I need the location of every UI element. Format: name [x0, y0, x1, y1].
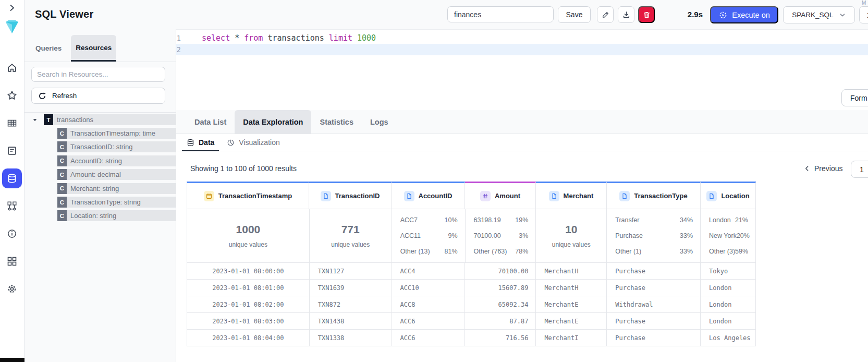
- column-badge: C: [57, 210, 67, 221]
- table-cell: 2023-01-01 08:04:00: [187, 330, 310, 346]
- search-input[interactable]: [31, 67, 165, 82]
- result-tab-data-list[interactable]: Data List: [186, 110, 235, 134]
- rail-item-notes[interactable]: [2, 141, 22, 161]
- tree-node-column[interactable]: CTransactionTimestamp: time: [57, 128, 176, 139]
- delete-button[interactable]: [638, 6, 655, 23]
- page-number-input[interactable]: 1: [851, 161, 868, 178]
- rail-item-table[interactable]: [2, 113, 22, 133]
- unique-label: unique values: [187, 241, 309, 248]
- tree-node-label: TransactionTimestamp: time: [67, 128, 155, 139]
- tree-node-column[interactable]: CTransactionType: string: [57, 197, 176, 208]
- tree-node-column[interactable]: CLocation: string: [57, 210, 176, 221]
- column-header-label: TransactionType: [634, 192, 687, 200]
- column-header-label: Location: [721, 192, 749, 200]
- query-name-input[interactable]: [447, 6, 554, 22]
- top-value: New York20%: [701, 228, 755, 244]
- format-button[interactable]: Form: [841, 89, 868, 106]
- rail-item-flow[interactable]: [2, 196, 22, 216]
- column-stat: London21%New York20%Other (3)59%: [701, 209, 756, 262]
- tree-node-column[interactable]: CTransactionID: string: [57, 141, 176, 152]
- table-cell: ACC10: [392, 280, 466, 296]
- code-line[interactable]: 2: [176, 44, 868, 55]
- column-header-label: TransactionID: [335, 192, 380, 200]
- table-cell: London: [701, 296, 756, 312]
- table-cell: 2023-01-01 08:02:00: [187, 296, 310, 312]
- table-cell: Withdrawal: [607, 296, 701, 312]
- results-content: Showing 1 to 100 of 1000 results Previou…: [176, 151, 868, 362]
- table-row: 2023-01-01 08:03:00TXN1438ACC687.87Merch…: [187, 313, 756, 330]
- subtab-data[interactable]: Data: [180, 134, 221, 151]
- rail-item-settings[interactable]: [2, 279, 22, 299]
- column-badge: C: [57, 169, 67, 180]
- tree-node-table[interactable]: Ttransactions: [44, 114, 176, 125]
- panel-tab-resources[interactable]: Resources: [71, 35, 116, 62]
- column-header-merchant[interactable]: Merchant: [536, 182, 607, 209]
- top-value: Other (3)59%: [701, 244, 755, 259]
- save-button[interactable]: Save: [558, 6, 591, 23]
- top-value: Transfer34%: [607, 212, 700, 228]
- results-count: Showing 1 to 100 of 1000 results: [190, 164, 297, 173]
- table-cell: ACC6: [392, 313, 466, 329]
- sql-editor[interactable]: 1select * from transactions limit 10002: [176, 29, 868, 110]
- column-header-location[interactable]: Location: [701, 182, 756, 209]
- execute-button[interactable]: Execute on: [710, 6, 778, 23]
- table-cell: TXN1438: [310, 313, 392, 329]
- result-tab-logs[interactable]: Logs: [362, 110, 397, 134]
- table-cell: 65092.34: [465, 296, 536, 312]
- top-value: London21%: [701, 212, 755, 228]
- max-rows-input[interactable]: 1: [859, 6, 868, 23]
- tree-node-label: Merchant: string: [67, 183, 119, 194]
- caret-down-icon[interactable]: [32, 117, 38, 123]
- rail-item-home[interactable]: [2, 58, 22, 78]
- table-cell: 87.87: [465, 313, 536, 329]
- column-header-accountid[interactable]: AccountID: [392, 182, 465, 209]
- notes-icon: [7, 146, 17, 156]
- table-row: 2023-01-01 08:01:00TXN1639ACC1015607.89M…: [187, 280, 756, 296]
- tree-node-column[interactable]: CAccountID: string: [57, 155, 176, 166]
- refresh-button[interactable]: Refresh: [31, 88, 165, 104]
- tree-node-column[interactable]: CMerchant: string: [57, 183, 176, 194]
- code-line[interactable]: 1select * from transactions limit 1000: [176, 32, 868, 44]
- column-header-label: AccountID: [419, 192, 453, 200]
- rail-item-apps[interactable]: [2, 251, 22, 271]
- column-header-transactiontype[interactable]: TransactionType: [607, 182, 701, 209]
- expand-sidebar-icon[interactable]: [8, 4, 16, 12]
- column-header-label: Merchant: [564, 192, 594, 200]
- top-bar: SQL Viewer Save 2.9s Execute on SPARK_SQ…: [25, 0, 868, 29]
- hash-icon: [480, 191, 491, 201]
- calendar-icon: [204, 191, 214, 201]
- result-tab-data-exploration[interactable]: Data Exploration: [235, 110, 311, 134]
- table-cell: 2023-01-01 08:03:00: [187, 313, 310, 329]
- table-cell: 70100.00: [465, 263, 536, 279]
- main-area: 1select * from transactions limit 10002 …: [176, 29, 868, 362]
- rail-item-database[interactable]: [2, 168, 22, 188]
- top-value: 63198.1919%: [466, 212, 536, 228]
- subtab-visualization[interactable]: Visualization: [221, 134, 286, 151]
- top-value: Other (13)81%: [392, 244, 465, 259]
- edit-button[interactable]: [597, 6, 614, 23]
- panel-tab-queries[interactable]: Queries: [34, 35, 63, 62]
- column-badge: C: [57, 197, 67, 208]
- engine-select[interactable]: SPARK_SQL: [783, 6, 855, 23]
- query-duration: 2.9s: [671, 10, 703, 19]
- previous-page-button[interactable]: Previous: [803, 164, 842, 173]
- rail-item-star[interactable]: [2, 86, 22, 105]
- pie-icon: [227, 139, 235, 147]
- tree-node-label: Location: string: [67, 210, 116, 221]
- result-tab-statistics[interactable]: Statistics: [311, 110, 361, 134]
- resource-panel-tabs: QueriesResources: [25, 29, 176, 62]
- doc-icon: [404, 191, 414, 201]
- column-header-transactiontimestamp[interactable]: TransactionTimestamp: [187, 182, 309, 209]
- rail-item-info[interactable]: [2, 224, 22, 244]
- unique-label: unique values: [310, 241, 392, 248]
- download-button[interactable]: [618, 6, 634, 23]
- column-header-amount[interactable]: Amount: [465, 182, 536, 209]
- tree-node-column[interactable]: CAmount: decimal: [57, 169, 176, 180]
- star-icon: [7, 90, 17, 101]
- column-badge: C: [57, 141, 67, 152]
- unique-count: 10: [536, 223, 606, 236]
- execute-gear-icon: [718, 10, 728, 20]
- column-header-transactionid[interactable]: TransactionID: [309, 182, 392, 209]
- download-icon: [622, 11, 630, 19]
- flow-icon: [7, 201, 17, 211]
